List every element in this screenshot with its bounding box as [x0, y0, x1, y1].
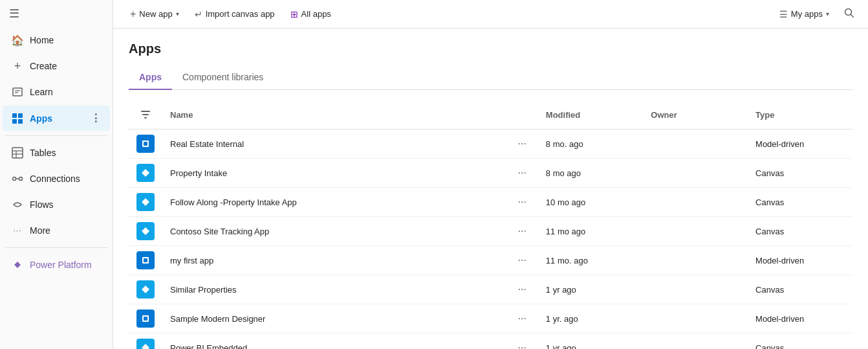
learn-icon	[12, 86, 23, 98]
app-icon	[136, 222, 155, 240]
more-icon: ···	[12, 225, 23, 236]
sidebar: ☰ 🏠 Home + Create Learn Apps ⋮ Tables Co…	[0, 0, 113, 349]
table-cell-owner	[643, 217, 748, 246]
table-cell-name: Contoso Site Tracking App	[162, 217, 506, 246]
sidebar-divider-1	[5, 135, 107, 136]
table-cell-modified: 8 mo ago	[538, 159, 643, 188]
sidebar-item-learn-label: Learn	[30, 87, 53, 97]
app-name: my first app	[170, 256, 213, 265]
table-cell-type: Canvas	[748, 217, 852, 246]
svg-rect-20	[144, 142, 147, 146]
svg-rect-7	[12, 148, 23, 158]
sidebar-item-home[interactable]: 🏠 Home	[3, 28, 110, 52]
sidebar-item-more-label: More	[30, 225, 50, 236]
table-cell-icon	[129, 304, 162, 333]
sidebar-item-power-platform[interactable]: Power Platform	[3, 253, 110, 277]
connections-icon	[12, 173, 23, 185]
svg-rect-6	[18, 119, 23, 124]
svg-rect-0	[13, 88, 22, 96]
row-more-button[interactable]: ···	[514, 166, 530, 180]
table-cell-owner	[643, 129, 748, 159]
sidebar-item-flows-label: Flows	[30, 199, 54, 210]
page-title: Apps	[129, 41, 852, 56]
tab-component-libraries-label: Component libraries	[182, 72, 263, 82]
table-cell-type: Model-driven	[748, 304, 852, 333]
table-cell-type: Canvas	[748, 159, 852, 188]
row-more-button[interactable]: ···	[514, 137, 530, 151]
row-more-button[interactable]: ···	[514, 195, 530, 209]
table-cell-dots: ···	[506, 159, 538, 188]
row-more-button[interactable]: ···	[514, 341, 530, 349]
list-icon: ☰	[779, 9, 788, 19]
table-row: my first app ··· 11 mo. ago Model-driven	[129, 246, 852, 275]
hamburger-icon[interactable]: ☰	[0, 0, 113, 27]
sidebar-item-connections[interactable]: Connections	[3, 166, 110, 191]
import-icon: ↵	[195, 9, 202, 19]
app-icon	[136, 193, 155, 211]
power-platform-icon	[12, 259, 23, 271]
search-button[interactable]	[841, 5, 858, 24]
tab-component-libraries[interactable]: Component libraries	[172, 67, 274, 90]
sidebar-item-learn[interactable]: Learn	[3, 80, 110, 104]
sidebar-item-home-label: Home	[30, 35, 54, 45]
sidebar-item-power-platform-label: Power Platform	[30, 260, 92, 270]
sidebar-item-tables[interactable]: Tables	[3, 141, 110, 165]
all-apps-button[interactable]: ⊞ All apps	[284, 6, 338, 23]
row-more-button[interactable]: ···	[514, 224, 530, 238]
app-icon	[136, 310, 155, 328]
table-cell-icon	[129, 333, 162, 350]
app-name: Real Estate Internal	[170, 139, 244, 149]
svg-point-12	[19, 177, 23, 181]
search-icon	[844, 8, 854, 18]
col-header-icon	[129, 100, 162, 129]
table-cell-modified: 11 mo ago	[538, 217, 643, 246]
table-cell-modified: 1 yr. ago	[538, 304, 643, 333]
topbar-right: ☰ My apps ▾	[773, 5, 858, 24]
app-name: Similar Properties	[170, 285, 237, 295]
tab-apps-label: Apps	[139, 72, 162, 82]
app-icon	[136, 280, 155, 298]
table-row: Real Estate Internal ··· 8 mo. ago Model…	[129, 129, 852, 159]
svg-rect-22	[144, 258, 147, 262]
svg-rect-17	[142, 114, 149, 115]
tabs: Apps Component libraries	[129, 67, 852, 90]
app-name: Sample Modern Designer	[170, 314, 265, 324]
table-row: Property Intake ··· 8 mo ago Canvas	[129, 159, 852, 188]
app-icon	[136, 251, 155, 269]
table-row: Follow Along -Property Intake App ··· 10…	[129, 188, 852, 217]
table-cell-dots: ···	[506, 129, 538, 159]
table-header: Name Modified Owner Type	[129, 100, 852, 129]
table-cell-modified: 10 mo ago	[538, 188, 643, 217]
col-header-name: Name	[162, 100, 506, 129]
table-cell-icon	[129, 188, 162, 217]
table-cell-modified: 8 mo. ago	[538, 129, 643, 159]
table-cell-type: Model-driven	[748, 129, 852, 159]
sidebar-item-apps[interactable]: Apps ⋮	[3, 106, 110, 131]
filter-icon[interactable]	[136, 106, 155, 124]
import-canvas-button[interactable]: ↵ Import canvas app	[188, 6, 281, 23]
svg-rect-4	[18, 113, 23, 118]
table-cell-icon	[129, 129, 162, 159]
row-more-button[interactable]: ···	[514, 282, 530, 297]
table-cell-name: Power BI Embedded	[162, 333, 506, 350]
table-cell-owner	[643, 246, 748, 275]
import-canvas-label: Import canvas app	[206, 9, 275, 19]
sidebar-item-more[interactable]: ··· More	[3, 218, 110, 243]
my-apps-button[interactable]: ☰ My apps ▾	[773, 6, 836, 23]
sidebar-item-create-label: Create	[30, 61, 57, 71]
col-header-owner: Owner	[643, 100, 748, 129]
sidebar-item-create[interactable]: + Create	[3, 54, 110, 78]
table-cell-type: Canvas	[748, 188, 852, 217]
home-icon: 🏠	[12, 34, 23, 46]
new-app-button[interactable]: + New app ▾	[124, 5, 186, 23]
tab-apps[interactable]: Apps	[129, 67, 172, 90]
col-header-dots	[506, 100, 538, 129]
svg-rect-18	[144, 117, 147, 118]
table-cell-name: Sample Modern Designer	[162, 304, 506, 333]
sidebar-item-flows[interactable]: Flows	[3, 192, 110, 217]
row-more-button[interactable]: ···	[514, 253, 530, 267]
apps-more-icon[interactable]: ⋮	[91, 112, 101, 124]
sidebar-item-connections-label: Connections	[30, 174, 80, 184]
table-row: Contoso Site Tracking App ··· 11 mo ago …	[129, 217, 852, 246]
row-more-button[interactable]: ···	[514, 311, 530, 326]
